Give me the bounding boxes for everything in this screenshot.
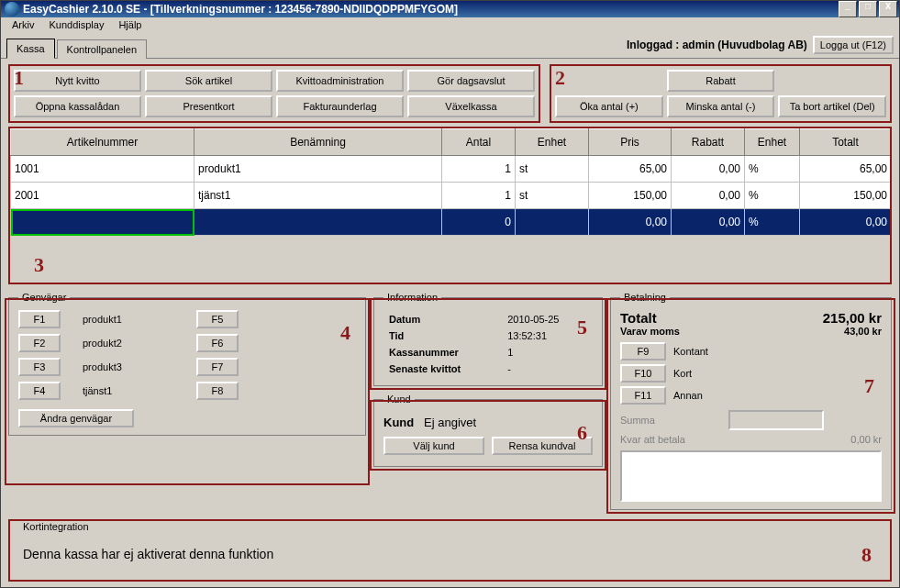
payment-vat-label: Varav moms	[620, 326, 680, 337]
card-integration-group: Kortintegration 8 Denna kassa har ej akt…	[10, 521, 890, 580]
new-receipt-button[interactable]: Nytt kvitto	[14, 70, 141, 92]
cell-tot[interactable]: 0,00	[800, 209, 892, 236]
cell-ant[interactable]: 1	[442, 183, 516, 209]
decrease-qty-button[interactable]: Minska antal (-)	[667, 95, 775, 117]
customer-value: Ej angivet	[424, 416, 476, 429]
pay-f9-button[interactable]: F9	[620, 342, 666, 361]
shortcut-f1-label: produkt1	[83, 314, 174, 325]
table-row-selected[interactable]: 0 0,00 0,00 % 0,00	[11, 209, 892, 236]
tab-kontrollpanelen[interactable]: Kontrollpanelen	[57, 39, 147, 59]
shortcut-f6[interactable]: F6	[196, 334, 239, 352]
search-article-button[interactable]: Sök artikel	[145, 70, 272, 92]
cell-rab[interactable]: 0,00	[672, 156, 745, 183]
pay-f10-button[interactable]: F10	[620, 364, 666, 383]
info-register-value: 1	[504, 345, 591, 360]
payment-note-input[interactable]	[620, 450, 882, 502]
shortcuts-legend: Genvägar	[18, 292, 70, 303]
shortcut-f4[interactable]: F4	[18, 382, 61, 400]
cell-enh[interactable]: st	[516, 183, 589, 209]
col-rabatt[interactable]: Rabatt	[672, 129, 745, 156]
close-button[interactable]: X	[879, 1, 897, 17]
maximize-button[interactable]: □	[859, 1, 877, 17]
window-title: EasyCashier 2.10.0 SE - [Tillverkningsnu…	[23, 3, 837, 16]
choose-customer-button[interactable]: Välj kund	[383, 437, 484, 455]
shortcut-f7[interactable]: F7	[196, 358, 239, 376]
cell-pris[interactable]: 150,00	[589, 183, 672, 209]
payment-remaining-label: Kvar att betala	[620, 434, 685, 445]
table-row[interactable]: 2001 tjänst1 1 st 150,00 0,00 % 150,00	[11, 183, 892, 209]
payment-group: Betalning 7 Totalt 215,00 kr Varav moms …	[610, 292, 892, 510]
receipt-grid-section: 3 Artikelnummer Benämning Antal Enhet Pr…	[8, 127, 892, 284]
logout-button[interactable]: Logga ut (F12)	[813, 36, 894, 54]
cell-enh2[interactable]: %	[745, 183, 800, 209]
action-panel-2: 2 Rabatt Öka antal (+) Minska antal (-) …	[550, 64, 892, 123]
cell-pris[interactable]: 65,00	[589, 156, 672, 183]
col-pris[interactable]: Pris	[589, 129, 672, 156]
pay-f11-label: Annan	[673, 390, 703, 401]
shortcut-f4-label: tjänst1	[83, 385, 174, 396]
col-artikelnummer[interactable]: Artikelnummer	[11, 129, 194, 156]
cell-tot[interactable]: 150,00	[800, 183, 892, 209]
cell-rab[interactable]: 0,00	[672, 209, 745, 236]
shortcut-f2[interactable]: F2	[18, 334, 61, 352]
shortcut-f8[interactable]: F8	[196, 382, 239, 400]
shortcut-f3-label: produkt3	[83, 361, 174, 372]
minimize-button[interactable]: _	[839, 1, 857, 17]
receipt-grid[interactable]: Artikelnummer Benämning Antal Enhet Pris…	[10, 128, 892, 236]
information-group: Information 5 Datum 2010-05-25 Tid 13:52…	[373, 292, 603, 386]
day-end-button[interactable]: Gör dagsavslut	[407, 70, 535, 92]
cell-pris[interactable]: 0,00	[589, 209, 672, 236]
shortcut-f1[interactable]: F1	[18, 310, 61, 328]
col-enhet[interactable]: Enhet	[516, 129, 589, 156]
cell-art[interactable]: 1001	[11, 156, 194, 183]
cell-ant[interactable]: 1	[442, 156, 516, 183]
clear-customer-button[interactable]: Rensa kundval	[492, 437, 593, 455]
table-row[interactable]: 1001 produkt1 1 st 65,00 0,00 % 65,00	[11, 156, 892, 183]
increase-qty-button[interactable]: Öka antal (+)	[555, 95, 663, 117]
payment-total-value: 215,00 kr	[823, 310, 882, 326]
change-cash-button[interactable]: Växelkassa	[407, 95, 535, 117]
col-enhet2[interactable]: Enhet	[745, 129, 800, 156]
pay-f11-button[interactable]: F11	[620, 386, 666, 405]
menu-arkiv[interactable]: Arkiv	[5, 17, 41, 32]
menu-hjalp[interactable]: Hjälp	[111, 17, 149, 32]
tab-kassa[interactable]: Kassa	[6, 39, 55, 59]
invoice-basis-button[interactable]: Fakturaunderlag	[276, 95, 404, 117]
discount-button[interactable]: Rabatt	[667, 70, 775, 92]
remove-article-button[interactable]: Ta bort artikel (Del)	[778, 95, 886, 117]
cell-ben[interactable]	[194, 209, 442, 236]
information-legend: Information	[383, 292, 441, 303]
payment-sum-input[interactable]	[728, 410, 824, 430]
open-drawer-button[interactable]: Öppna kassalådan	[14, 95, 141, 117]
info-time-value: 13:52:31	[504, 328, 591, 343]
edit-shortcuts-button[interactable]: Ändra genvägar	[18, 409, 134, 427]
gift-card-button[interactable]: Presentkort	[145, 95, 272, 117]
cell-enh2[interactable]: %	[745, 209, 800, 236]
customer-legend: Kund	[383, 394, 415, 405]
cell-ben[interactable]: tjänst1	[194, 183, 442, 209]
payment-remaining-value: 0,00 kr	[850, 434, 882, 445]
info-last-receipt-value: -	[504, 361, 591, 376]
shortcut-f2-label: produkt2	[83, 338, 174, 349]
cell-ben[interactable]: produkt1	[194, 156, 442, 183]
cell-ant[interactable]: 0	[442, 209, 516, 236]
cell-tot[interactable]: 65,00	[800, 156, 892, 183]
cell-enh2[interactable]: %	[745, 156, 800, 183]
col-totalt[interactable]: Totalt	[800, 129, 892, 156]
cell-enh[interactable]: st	[516, 156, 589, 183]
receipt-admin-button[interactable]: Kvittoadministration	[276, 70, 404, 92]
menu-kunddisplay[interactable]: Kunddisplay	[41, 17, 111, 32]
cell-art[interactable]: 2001	[11, 183, 194, 209]
info-time-label: Tid	[385, 328, 502, 343]
cell-art-input[interactable]	[11, 209, 194, 236]
info-register-label: Kassanummer	[385, 345, 502, 360]
pay-f9-label: Kontant	[673, 346, 708, 357]
cell-enh[interactable]	[516, 209, 589, 236]
shortcut-f5[interactable]: F5	[196, 310, 239, 328]
payment-sum-label: Summa	[620, 415, 721, 426]
shortcut-f3[interactable]: F3	[18, 358, 61, 376]
col-benamning[interactable]: Benämning	[194, 129, 442, 156]
payment-vat-value: 43,00 kr	[844, 326, 882, 337]
col-antal[interactable]: Antal	[442, 129, 516, 156]
cell-rab[interactable]: 0,00	[672, 183, 745, 209]
